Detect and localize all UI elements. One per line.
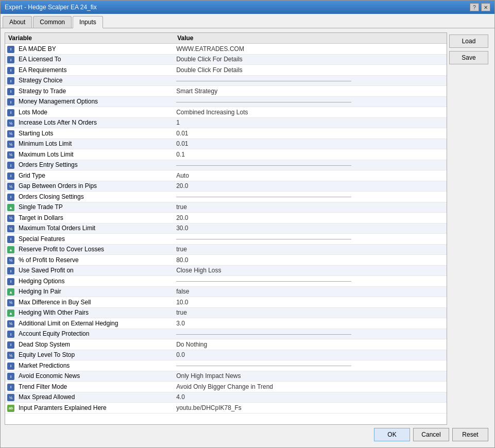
table-row[interactable]: ½Max Spread Allowed4.0 <box>5 392 447 403</box>
row-icon-cell: i <box>5 65 16 76</box>
triangle-icon: ▲ <box>7 288 14 296</box>
row-value: 0.01 <box>174 128 447 139</box>
table-row[interactable]: iUse Saved Profit onClose High Loss <box>5 265 447 276</box>
row-variable: Max Spread Allowed <box>16 392 174 403</box>
row-variable: Orders Entry Settings <box>16 160 174 170</box>
row-value <box>174 96 447 107</box>
row-value <box>174 192 447 202</box>
triangle-icon: ▲ <box>7 204 14 211</box>
table-row[interactable]: ▲Reserve Profit to Cover Lossestrue <box>5 244 447 255</box>
row-value: Only High Impact News <box>174 371 447 382</box>
separator-line <box>176 334 351 335</box>
info-icon: i <box>7 46 14 53</box>
row-value <box>174 276 447 287</box>
table-row[interactable]: iStrategy Choice <box>5 75 447 86</box>
row-icon-cell: ½ <box>5 213 16 223</box>
separator-line <box>176 81 351 81</box>
row-variable: Strategy Choice <box>16 75 174 86</box>
table-row[interactable]: iMoney Management Options <box>5 96 447 107</box>
row-variable: Orders Closing Settings <box>16 192 174 202</box>
table-row[interactable]: iGrid TypeAuto <box>5 170 447 181</box>
table-row[interactable]: ½Equity Level To Stop0.0 <box>5 350 447 360</box>
table-row[interactable]: ▲Hedging With Other Pairstrue <box>5 307 447 318</box>
row-variable: Single Trade TP <box>16 202 174 213</box>
row-variable: Max Difference in Buy Sell <box>16 297 174 308</box>
row-value: 1 <box>174 117 447 128</box>
row-variable: EA Licensed To <box>16 54 174 65</box>
title-bar: Expert - Hedge Scalper EA 24_fix ? ✕ <box>1 1 494 14</box>
row-variable: Special Features <box>16 234 174 245</box>
row-icon-cell: i <box>5 371 16 382</box>
table-row[interactable]: ½Target in Dollars20.0 <box>5 213 447 223</box>
table-row[interactable]: iEA Licensed ToDouble Click For Details <box>5 54 447 65</box>
row-variable: Grid Type <box>16 170 174 181</box>
table-row[interactable]: iHedging Options <box>5 276 447 287</box>
reset-button[interactable]: Reset <box>452 428 488 441</box>
col-value-header: Value <box>174 33 447 44</box>
table-row[interactable]: abInput Paramters Explained Hereyoutu.be… <box>5 403 447 413</box>
table-row[interactable]: iAvoid Economic NewsOnly High Impact New… <box>5 371 447 382</box>
load-button[interactable]: Load <box>449 35 488 48</box>
row-variable: Minimum Lots Limit <box>16 139 174 149</box>
save-button[interactable]: Save <box>449 51 488 64</box>
table-row[interactable]: iMarket Predictions <box>5 360 447 371</box>
tab-inputs[interactable]: Inputs <box>73 16 103 28</box>
info-icon: i <box>7 373 14 380</box>
row-icon-cell: ab <box>5 403 16 413</box>
tab-common[interactable]: Common <box>33 16 72 28</box>
table-row[interactable]: iAccount Equity Protection <box>5 329 447 339</box>
ok-button[interactable]: OK <box>374 428 410 441</box>
table-row[interactable]: ½Maximum Total Orders Limit30.0 <box>5 223 447 234</box>
value-icon: ½ <box>7 352 14 359</box>
table-row[interactable]: ½% of Profit to Reserve80.0 <box>5 255 447 266</box>
row-value: 20.0 <box>174 213 447 223</box>
separator-line <box>176 102 351 102</box>
info-icon: i <box>7 236 14 243</box>
row-variable: Avoid Economic News <box>16 371 174 382</box>
table-row[interactable]: iEA RequirementsDouble Click For Details <box>5 65 447 76</box>
triangle-icon: ▲ <box>7 246 14 253</box>
main-area: Variable Value iEA MADE BYWWW.EATRADES.C… <box>5 32 447 425</box>
tab-bar: About Common Inputs <box>1 14 494 28</box>
table-row[interactable]: ½Starting Lots0.01 <box>5 128 447 139</box>
row-value: Double Click For Details <box>174 54 447 65</box>
table-row[interactable]: iOrders Entry Settings <box>5 160 447 170</box>
row-icon-cell: i <box>5 339 16 350</box>
help-button[interactable]: ? <box>470 3 479 11</box>
value-icon: ½ <box>7 130 14 137</box>
row-variable: Hedging In Pair <box>16 286 174 297</box>
table-row[interactable]: iStrategy to TradeSmart Strategy <box>5 86 447 97</box>
info-icon: i <box>7 331 14 338</box>
row-variable: Strategy to Trade <box>16 86 174 97</box>
row-icon-cell: ½ <box>5 223 16 234</box>
value-icon: ½ <box>7 394 14 401</box>
row-icon-cell: ½ <box>5 128 16 139</box>
table-row[interactable]: iDead Stop SystemDo Nothing <box>5 339 447 350</box>
cancel-button[interactable]: Cancel <box>413 428 449 441</box>
row-value <box>174 329 447 339</box>
table-row[interactable]: iOrders Closing Settings <box>5 192 447 202</box>
close-button[interactable]: ✕ <box>481 3 490 11</box>
table-row[interactable]: iTrend Filter ModeAvoid Only Bigger Chan… <box>5 382 447 392</box>
row-icon-cell: ½ <box>5 181 16 192</box>
table-row[interactable]: ½Minimum Lots Limit0.01 <box>5 139 447 149</box>
tab-about[interactable]: About <box>3 16 32 28</box>
row-value: Double Click For Details <box>174 65 447 76</box>
table-row[interactable]: ▲Single Trade TPtrue <box>5 202 447 213</box>
table-row[interactable]: ½Gap Between Orders in Pips20.0 <box>5 181 447 192</box>
table-row[interactable]: iLots ModeCombined Increasing Lots <box>5 107 447 118</box>
row-value: Do Nothing <box>174 339 447 350</box>
row-icon-cell: ½ <box>5 117 16 128</box>
table-row[interactable]: ½Additional Limit on External Hedging3.0 <box>5 318 447 329</box>
table-row[interactable]: ½Max Difference in Buy Sell10.0 <box>5 297 447 308</box>
table-row[interactable]: ½Increase Lots After N Orders1 <box>5 117 447 128</box>
row-value: 0.01 <box>174 139 447 149</box>
table-row[interactable]: ▲Hedging In Pairfalse <box>5 286 447 297</box>
parameters-table-container[interactable]: Variable Value iEA MADE BYWWW.EATRADES.C… <box>5 32 447 425</box>
row-icon-cell: ▲ <box>5 286 16 297</box>
row-value: WWW.EATRADES.COM <box>174 44 447 55</box>
table-row[interactable]: ½Maximum Lots Limit0.1 <box>5 149 447 160</box>
table-row[interactable]: iSpecial Features <box>5 234 447 245</box>
row-value: true <box>174 202 447 213</box>
table-row[interactable]: iEA MADE BYWWW.EATRADES.COM <box>5 44 447 55</box>
